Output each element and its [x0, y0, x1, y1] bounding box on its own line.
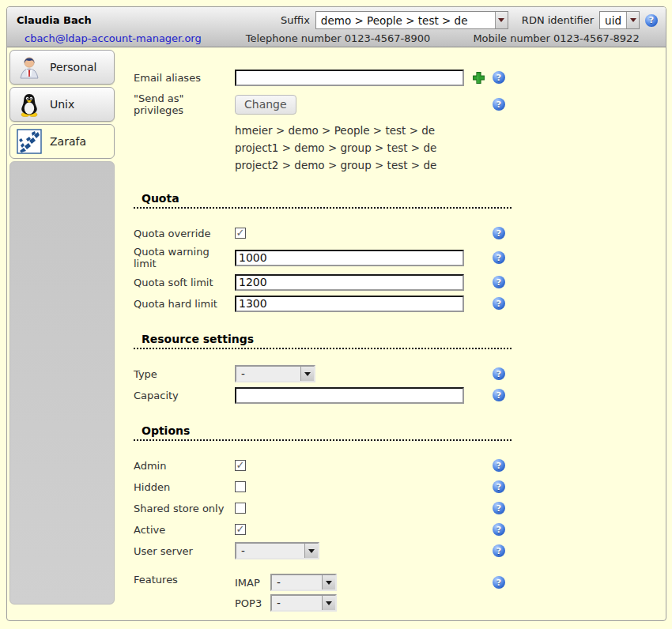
quota-soft-label: Quota soft limit [134, 277, 235, 288]
quota-warning-input[interactable] [235, 250, 464, 266]
account-name: Claudia Bach [15, 14, 92, 26]
zarafa-icon [17, 129, 42, 154]
options-section-title: Options [134, 424, 512, 441]
quota-soft-input[interactable] [235, 274, 464, 291]
email-aliases-label: Email aliases [134, 72, 235, 84]
tab-label: Unix [50, 98, 74, 111]
pop3-label: POP3 [235, 597, 270, 609]
telephone-number: Telephone number 0123-4567-8900 [246, 32, 431, 44]
quota-hard-label: Quota hard limit [134, 298, 235, 310]
quota-section-title: Quota [134, 192, 512, 209]
quota-override-label: Quota override [134, 228, 235, 239]
help-icon[interactable]: ? [645, 14, 658, 27]
help-icon[interactable]: ? [493, 227, 505, 239]
chevron-down-icon [322, 596, 335, 610]
help-icon[interactable]: ? [493, 367, 505, 380]
user-icon [17, 55, 42, 80]
help-icon[interactable]: ? [493, 389, 505, 401]
admin-label: Admin [134, 460, 235, 472]
tab-label: Zarafa [50, 135, 86, 148]
imap-label: IMAP [235, 577, 270, 589]
active-checkbox[interactable]: ✓ [235, 524, 246, 535]
user-server-select[interactable]: - [235, 542, 319, 559]
help-icon[interactable]: ? [493, 297, 505, 310]
rdn-identifier-select[interactable]: uid [599, 11, 640, 29]
help-icon[interactable]: ? [493, 276, 505, 288]
type-select[interactable]: - [235, 365, 315, 382]
help-icon[interactable]: ? [493, 251, 505, 264]
quota-hard-input[interactable] [235, 296, 464, 312]
resource-section-title: Resource settings [134, 333, 512, 349]
send-as-entries: hmeier > demo > People > test > de proje… [235, 124, 505, 171]
add-icon[interactable] [472, 71, 485, 85]
suffix-label: Suffix [281, 14, 310, 26]
help-icon[interactable]: ? [493, 523, 505, 536]
suffix-select-value: demo > People > test > de [316, 14, 495, 27]
admin-checkbox[interactable]: ✓ [235, 460, 246, 471]
user-server-label: User server [134, 545, 235, 557]
quota-override-checkbox[interactable]: ✓ [235, 228, 246, 239]
send-as-entry: hmeier > demo > People > test > de [235, 124, 505, 137]
hidden-checkbox[interactable]: ✓ [235, 481, 246, 492]
hidden-label: Hidden [134, 481, 235, 493]
user-server-select-value: - [236, 544, 304, 557]
help-icon[interactable]: ? [493, 71, 505, 84]
mobile-number: Mobile number 0123-4567-8922 [473, 32, 639, 44]
chevron-down-icon [304, 544, 318, 558]
rdn-identifier-label: RDN identifier [522, 14, 594, 26]
shared-store-only-label: Shared store only [134, 503, 235, 514]
quota-warning-label: Quota warning limit [134, 246, 235, 269]
help-icon[interactable]: ? [493, 576, 505, 589]
send-as-entry: project1 > demo > group > test > de [235, 141, 505, 154]
help-icon[interactable]: ? [493, 98, 505, 111]
imap-select[interactable]: - [270, 574, 337, 591]
module-tab-bar: Personal Unix [9, 50, 118, 605]
active-label: Active [134, 524, 235, 536]
pop3-select-value: - [272, 597, 322, 609]
pop3-select[interactable]: - [270, 594, 337, 612]
chevron-down-icon [626, 12, 639, 28]
capacity-label: Capacity [134, 390, 235, 401]
sidebar-panel [9, 161, 115, 605]
chevron-down-icon [300, 367, 314, 381]
chevron-down-icon [322, 575, 335, 589]
account-email-link[interactable]: cbach@ldap-account-manager.org [25, 32, 202, 44]
capacity-input[interactable] [235, 387, 464, 404]
chevron-down-icon [495, 12, 508, 28]
account-header: Claudia Bach Suffix demo > People > test… [7, 7, 666, 47]
type-select-value: - [236, 367, 300, 380]
send-as-change-button[interactable]: Change [235, 95, 296, 115]
help-icon[interactable]: ? [493, 480, 505, 493]
send-as-label: "Send as" privileges [134, 92, 235, 116]
rdn-identifier-value: uid [600, 14, 626, 27]
help-icon[interactable]: ? [493, 544, 505, 557]
type-label: Type [134, 368, 235, 380]
help-icon[interactable]: ? [493, 502, 505, 514]
features-label: Features [134, 574, 235, 586]
shared-store-only-checkbox[interactable]: ✓ [235, 503, 246, 514]
help-icon[interactable]: ? [493, 459, 505, 472]
email-aliases-input[interactable] [235, 70, 464, 86]
tab-zarafa[interactable]: Zarafa [9, 124, 115, 159]
zarafa-settings-form: Email aliases ? "Send as" privileges Cha… [119, 48, 661, 621]
tab-personal[interactable]: Personal [9, 50, 115, 85]
account-edit-window: Claudia Bach Suffix demo > People > test… [6, 6, 666, 621]
tab-unix[interactable]: Unix [9, 87, 115, 122]
send-as-entry: project2 > demo > group > test > de [235, 159, 505, 171]
tux-icon [17, 92, 42, 117]
tab-label: Personal [50, 61, 97, 73]
suffix-select[interactable]: demo > People > test > de [315, 11, 508, 29]
imap-select-value: - [272, 576, 322, 589]
